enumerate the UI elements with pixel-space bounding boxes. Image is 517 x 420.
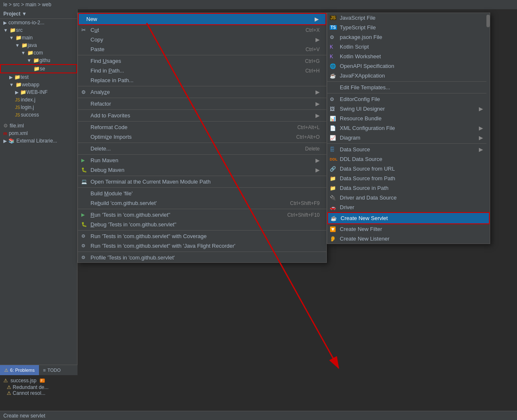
menu-item-delete[interactable]: Delete... Delete (78, 144, 326, 153)
tree-item-index[interactable]: JS index.j (0, 96, 77, 104)
menu-item-cut[interactable]: ✂ Cut Ctrl+X (78, 25, 326, 35)
submenu-driver-ds-label: Driver and Data Source (340, 194, 397, 201)
menu-item-optimize[interactable]: Optimize Imports Ctrl+Alt+O (78, 132, 326, 142)
menu-item-refactor[interactable]: Refactor ▶ (78, 99, 326, 109)
submenu-js-label: JavaScript File (340, 15, 375, 21)
tab-todo[interactable]: ≡ TODO (39, 365, 65, 375)
submenu-item-kotlin-ws[interactable]: K Kotlin Worksheet (327, 52, 490, 61)
menu-item-debug-tests[interactable]: 🐛 Debug 'Tests in 'com.github.servlet'' (78, 220, 326, 229)
find-usages-shortcut: Ctrl+G (305, 58, 320, 64)
tree-item-main[interactable]: ▼ 📁 main (0, 34, 77, 41)
rebuild-shortcut: Ctrl+Shift+F9 (290, 200, 320, 206)
submenu-item-edit-templates[interactable]: Edit File Templates... (327, 83, 490, 92)
submenu-item-driver-ds[interactable]: 🔌 Driver and Data Source (327, 193, 490, 202)
refactor-arrow-icon: ▶ (315, 101, 320, 107)
menu-item-favorites[interactable]: Add to Favorites ▶ (78, 111, 326, 120)
submenu-item-ds-in-path[interactable]: 📁 Data Source in Path (327, 183, 490, 193)
submenu-item-ddl-data-source[interactable]: DDL DDL Data Source (327, 154, 490, 164)
tree-item-commons[interactable]: ▶ commons-io-2... (0, 19, 77, 26)
tree-item-com[interactable]: ▼ 📁 com (0, 49, 77, 57)
tree-item-login[interactable]: JS login.j (0, 104, 77, 111)
menu-debug-maven-label: Debug Maven (90, 167, 124, 173)
folder-icon: ▶ (9, 75, 13, 80)
problems-content: ⚠ success.jsp F: ⚠ Redundant de... ⚠ Can… (0, 375, 78, 398)
tree-item-pom[interactable]: m pom.xml (0, 130, 77, 137)
submenu-item-swing[interactable]: 🖼 Swing UI Designer ▶ (327, 104, 490, 114)
menu-item-run-coverage[interactable]: ⚙ Run 'Tests in 'com.github.servlet'' wi… (78, 231, 326, 241)
tab-problems[interactable]: ⚠ 6: Problems (0, 365, 39, 375)
menu-item-terminal[interactable]: 💻 Open Terminal at the Current Maven Mod… (78, 177, 326, 187)
tree-item-java[interactable]: ▼ 📁 java (0, 41, 77, 49)
warning-icon-3: ⚠ (7, 390, 11, 396)
submenu-item-create-listener[interactable]: 👂 Create New Listener (327, 234, 490, 244)
submenu-item-js-file[interactable]: JS JavaScript File (327, 13, 490, 23)
menu-item-rebuild[interactable]: Rebuild 'com.github.servlet' Ctrl+Shift+… (78, 198, 326, 208)
separator-4 (78, 109, 326, 110)
tree-item-test[interactable]: ▶ 📁 test (0, 73, 77, 81)
menu-item-run-tests[interactable]: ▶ Run 'Tests in 'com.github.servlet'' Ct… (78, 210, 326, 220)
breadcrumb: le > src > main > web (0, 0, 517, 9)
submenu-servlet-label: Create New Servlet (341, 215, 388, 221)
submenu-item-ds-path[interactable]: 📁 Data Source from Path (327, 174, 490, 183)
submenu-item-ds-url[interactable]: 🔗 Data Source from URL (327, 164, 490, 174)
menu-item-run-flight[interactable]: ⚙ Run 'Tests in 'com.github.servlet'' wi… (78, 241, 326, 251)
submenu-item-javafx[interactable]: ☕ JavaFXApplication (327, 71, 490, 80)
resource-bundle-icon: 📊 (330, 116, 336, 122)
separator-12 (78, 251, 326, 252)
submenu-item-data-source[interactable]: 🗄 Data Source ▶ (327, 145, 490, 154)
submenu-diagram-label: Diagram (340, 135, 360, 141)
swing-arrow-icon: ▶ (479, 106, 483, 112)
find-path-shortcut: Ctrl+H (305, 68, 320, 74)
tree-item-file-iml[interactable]: ⚙ file.iml (0, 122, 77, 130)
menu-item-build[interactable]: Build Module 'file' (78, 189, 326, 198)
tree-item-web-inf[interactable]: ▶ 📁 WEB-INF (0, 88, 77, 96)
menu-rebuild-label: Rebuild 'com.github.servlet' (90, 200, 157, 206)
menu-item-paste[interactable]: Paste Ctrl+V (78, 44, 326, 54)
tree-item-se[interactable]: 📁 se (0, 64, 77, 73)
menu-item-find-usages[interactable]: Find Usages Ctrl+G (78, 56, 326, 66)
status-bar-text: Create new servlet (3, 413, 45, 419)
menu-item-find-in-path[interactable]: Find in Path... Ctrl+H (78, 66, 326, 75)
submenu-item-xml-config[interactable]: 📄 XML Configuration File ▶ (327, 123, 490, 133)
tree-item-src[interactable]: ▼ 📁 src (0, 26, 77, 34)
debug-tests-icon: 🐛 (81, 222, 87, 227)
js-icon: JS (15, 113, 20, 117)
menu-item-reformat[interactable]: Reformat Code Ctrl+Alt+L (78, 122, 326, 132)
submenu-item-ts-file[interactable]: TS TypeScript File (327, 23, 490, 32)
menu-item-replace-path[interactable]: Replace in Path... (78, 75, 326, 85)
tree-item-success[interactable]: JS success (0, 111, 77, 119)
submenu-item-kotlin-script[interactable]: K Kotlin Script (327, 42, 490, 52)
submenu-item-editorconfig[interactable]: ⚙ EditorConfig File (327, 94, 490, 104)
tree-item-githu[interactable]: ▼ 📁 githu (0, 57, 77, 64)
submenu-item-resource-bundle[interactable]: 📊 Resource Bundle (327, 114, 490, 123)
context-menu-main: New ▶ ✂ Cut Ctrl+X Copy ▶ Paste Ctrl+V F… (78, 13, 327, 263)
kotlin-ws-icon: K (330, 54, 333, 60)
run-tests-icon: ▶ (81, 212, 85, 218)
separator-6 (78, 143, 326, 143)
submenu-edit-templates-label: Edit File Templates... (340, 84, 390, 91)
tree-item-ext-lib[interactable]: ▶ 📚 External Librarie... (0, 137, 77, 145)
menu-item-run-maven[interactable]: ▶ Run Maven ▶ (78, 156, 326, 165)
problems-panel: ⚠ 6: Problems ≡ TODO ⚠ success.jsp F: ⚠ … (0, 365, 78, 411)
menu-item-debug-maven[interactable]: 🐛 Debug Maven ▶ (78, 165, 326, 175)
submenu-pkg-json-label: package.json File (340, 34, 382, 40)
submenu-item-create-servlet[interactable]: ☕ Create New Servlet (327, 212, 490, 224)
submenu-item-package-json[interactable]: ⚙ package.json File (327, 32, 490, 42)
submenu-item-diagram[interactable]: 📈 Diagram ▶ (327, 133, 490, 143)
paste-shortcut: Ctrl+V (305, 47, 320, 52)
submenu-item-openapi[interactable]: 🌐 OpenAPI Specification (327, 61, 490, 71)
tree-item-webapp[interactable]: ▼ 📁 webapp (0, 81, 77, 88)
submenu-item-driver[interactable]: 🚗 Driver (327, 202, 490, 212)
folder-icon: ▼ (21, 50, 26, 55)
submenu-item-create-filter[interactable]: 🔽 Create New Filter (327, 224, 490, 234)
javafx-icon: ☕ (330, 73, 336, 79)
menu-item-analyze[interactable]: ⚙ Analyze ▶ (78, 87, 326, 97)
openapi-icon: 🌐 (330, 63, 336, 69)
menu-refactor-label: Refactor (90, 101, 111, 107)
tree-label: webapp (22, 82, 39, 88)
submenu-javafx-label: JavaFXApplication (340, 73, 385, 79)
tree-label: src (16, 27, 23, 33)
menu-item-new[interactable]: New ▶ (78, 13, 326, 25)
menu-item-profile[interactable]: ⚙ Profile 'Tests in 'com.github.servlet' (78, 253, 326, 262)
menu-item-copy[interactable]: Copy ▶ (78, 35, 326, 44)
